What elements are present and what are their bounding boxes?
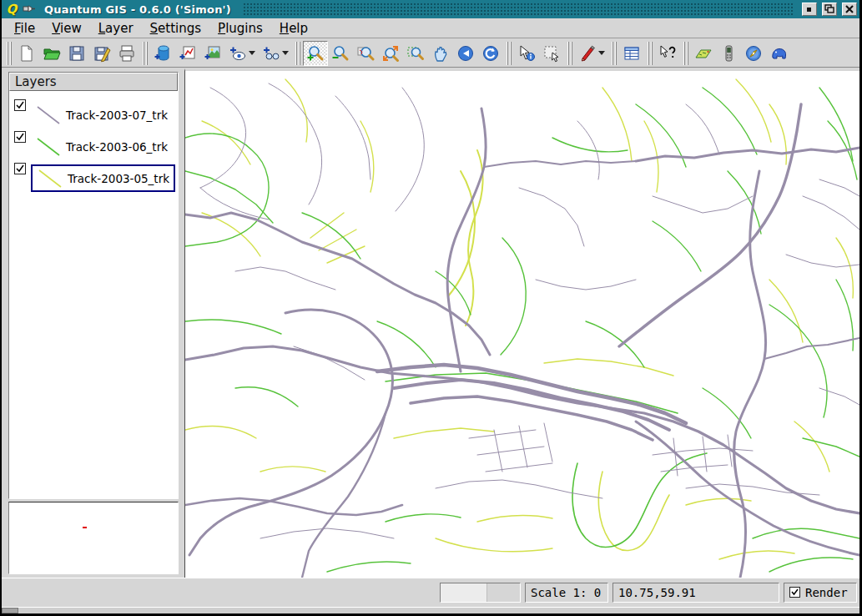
save-project-as-button[interactable] xyxy=(89,41,114,66)
menu-settings[interactable]: Settings xyxy=(143,19,209,38)
menu-layer[interactable]: Layer xyxy=(91,19,141,38)
spit-icon xyxy=(694,44,713,63)
toolbar-handle[interactable] xyxy=(610,42,618,65)
layers-panel-header: Layers xyxy=(9,73,178,91)
layer-symbol xyxy=(36,168,64,189)
dropdown-arrow-icon xyxy=(598,51,605,55)
zoom-in-button[interactable] xyxy=(303,41,328,66)
map-svg xyxy=(185,71,859,578)
render-checkbox[interactable] xyxy=(789,587,800,598)
pan-hand-icon xyxy=(431,44,450,63)
minimize-icon xyxy=(804,4,815,14)
overview-extent-marker xyxy=(83,527,87,528)
open-project-icon xyxy=(43,44,61,63)
layer-visibility-checkbox[interactable] xyxy=(14,131,26,143)
save-project-button[interactable] xyxy=(64,41,89,66)
toolbar-handle[interactable] xyxy=(141,42,149,65)
map-overview-panel[interactable] xyxy=(8,502,179,574)
menu-help[interactable]: Help xyxy=(272,19,315,38)
whats-this-help-button[interactable] xyxy=(655,41,680,66)
refresh-icon xyxy=(481,44,500,63)
maximize-button[interactable] xyxy=(822,3,837,16)
titlebar-pattern xyxy=(243,3,794,16)
zoom-last-icon xyxy=(381,44,400,63)
menu-file[interactable]: File xyxy=(7,19,43,38)
minimize-button[interactable] xyxy=(802,3,817,16)
identify-icon xyxy=(517,44,536,63)
show-all-layers-button[interactable] xyxy=(259,41,292,66)
zoom-to-selection-icon xyxy=(406,44,425,63)
add-raster-layer-icon xyxy=(204,44,222,63)
render-label: Render xyxy=(805,586,848,599)
compass-icon xyxy=(744,44,763,63)
open-project-button[interactable] xyxy=(39,41,64,66)
back-button[interactable] xyxy=(453,41,478,66)
compass-button[interactable] xyxy=(741,41,766,66)
print-button[interactable] xyxy=(114,41,139,66)
layer-row-track-2003-06[interactable]: Track-2003-06_trk xyxy=(9,129,178,161)
checkmark-icon xyxy=(15,164,25,174)
titlebar[interactable]: Q Quantum GIS - 0.6.0 ('Simon') xyxy=(2,0,859,18)
close-button[interactable] xyxy=(842,3,857,16)
zoom-in-icon xyxy=(306,44,325,63)
gps-tools-button[interactable] xyxy=(716,41,741,66)
toolbar-handle[interactable] xyxy=(294,42,301,65)
qgis-logo-icon: Q xyxy=(4,2,19,17)
pushpin-icon[interactable] xyxy=(23,3,36,15)
toolbar-handle[interactable] xyxy=(566,42,573,65)
new-project-icon xyxy=(18,44,36,63)
zoom-full-extent-icon xyxy=(356,44,375,63)
layer-symbol xyxy=(34,104,63,126)
postgis-geoprocessing-button[interactable] xyxy=(766,41,791,66)
zoom-full-extent-button[interactable] xyxy=(353,41,378,66)
dropdown-arrow-icon xyxy=(249,51,255,55)
add-raster-layer-button[interactable] xyxy=(200,41,225,66)
layer-row-track-2003-07[interactable]: Track-2003-07_trk xyxy=(9,98,178,129)
zoom-out-button[interactable] xyxy=(328,41,353,66)
open-attribute-table-button[interactable] xyxy=(619,41,644,66)
window-resize-strip[interactable] xyxy=(2,607,859,613)
menubar: File View Layer Settings Plugins Help xyxy=(2,18,859,38)
zoom-to-selection-button[interactable] xyxy=(403,41,428,66)
maximize-icon xyxy=(824,4,835,14)
back-arrow-icon xyxy=(456,44,475,63)
layers-panel: Layers Track-2003-07_trk xyxy=(8,72,179,499)
layer-visibility-checkbox[interactable] xyxy=(14,99,26,111)
add-postgis-layer-button[interactable] xyxy=(150,41,175,66)
capture-edit-button[interactable] xyxy=(575,41,608,66)
new-project-button[interactable] xyxy=(14,41,39,66)
main-area: Layers Track-2003-07_trk xyxy=(2,68,859,578)
menu-view[interactable]: View xyxy=(44,19,89,38)
toolbar-handle[interactable] xyxy=(5,42,13,65)
pencil-icon xyxy=(578,44,597,63)
map-canvas[interactable] xyxy=(184,68,859,578)
layer-label: Track-2003-06_trk xyxy=(66,140,168,154)
select-features-button[interactable] xyxy=(539,41,564,66)
add-to-overview-button[interactable] xyxy=(225,41,259,66)
progress-bar xyxy=(440,583,521,603)
layer-row-track-2003-05[interactable]: Track-2003-05_trk xyxy=(9,161,178,193)
refresh-map-button[interactable] xyxy=(478,41,503,66)
save-project-as-icon xyxy=(93,44,111,63)
add-vector-layer-button[interactable] xyxy=(175,41,200,66)
menu-plugins[interactable]: Plugins xyxy=(210,19,270,38)
layer-symbol xyxy=(34,136,63,158)
resize-grip[interactable] xyxy=(2,608,18,613)
zoom-last-button[interactable] xyxy=(378,41,403,66)
print-icon xyxy=(118,44,136,63)
toolbar-handle[interactable] xyxy=(682,42,689,65)
add-vector-layer-icon xyxy=(179,44,197,63)
checkmark-icon xyxy=(790,588,799,597)
scale-display: Scale 1: 0 xyxy=(525,583,608,603)
toolbar-handle[interactable] xyxy=(646,42,653,65)
dropdown-arrow-icon xyxy=(282,51,289,55)
overview-eye-icon xyxy=(229,44,247,63)
attribute-table-icon xyxy=(623,44,641,63)
select-features-icon xyxy=(542,44,561,63)
identify-features-button[interactable] xyxy=(514,41,539,66)
layer-visibility-checkbox[interactable] xyxy=(14,163,26,174)
pan-map-button[interactable] xyxy=(428,41,453,66)
spit-import-button[interactable] xyxy=(691,41,716,66)
zoom-out-icon xyxy=(331,44,350,63)
toolbar-handle[interactable] xyxy=(505,42,512,65)
